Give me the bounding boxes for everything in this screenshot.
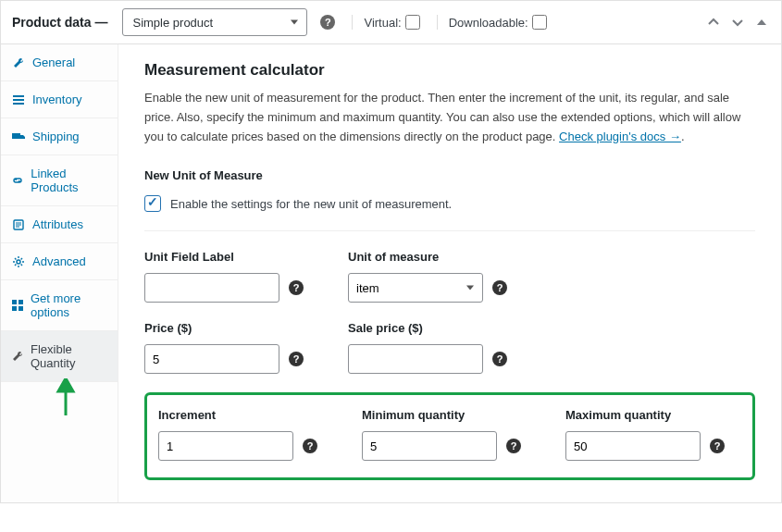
link-icon (12, 174, 23, 187)
panel-body: General Inventory Shipping Linked Produc… (1, 44, 781, 502)
increment-input[interactable] (158, 431, 293, 461)
sidebar-item-label: Inventory (32, 93, 81, 106)
svg-rect-10 (19, 300, 23, 304)
field-label: Maximum quantity (565, 408, 741, 422)
field-label: Price ($) (144, 321, 348, 335)
svg-rect-3 (12, 133, 20, 139)
help-icon[interactable]: ? (506, 439, 521, 453)
field-price: Price ($) ? (144, 321, 348, 374)
list-icon (12, 93, 25, 106)
product-type-select[interactable]: Simple product (122, 8, 307, 36)
svg-rect-11 (12, 306, 17, 311)
product-data-panel: Product data — Simple product ? Virtual:… (0, 0, 782, 503)
sidebar-item-label: Shipping (32, 130, 80, 143)
sidebar-item-label: Linked Products (31, 167, 106, 194)
minimum-quantity-input[interactable] (362, 431, 497, 461)
help-icon[interactable]: ? (303, 439, 317, 453)
virtual-checkbox-label: Virtual: (352, 15, 419, 30)
sidebar-item-linked-products[interactable]: Linked Products (1, 155, 118, 206)
wrench-icon (12, 56, 25, 69)
field-label: Unit of measure (348, 250, 552, 264)
panel-header: Product data — Simple product ? Virtual:… (1, 1, 781, 44)
note-icon (12, 218, 25, 231)
sidebar: General Inventory Shipping Linked Produc… (1, 44, 118, 502)
enable-label: Enable the settings for the new unit of … (170, 197, 452, 211)
main-content: Measurement calculator Enable the new un… (118, 44, 781, 502)
sidebar-item-shipping[interactable]: Shipping (1, 118, 118, 155)
sidebar-item-label: Attributes (32, 217, 83, 231)
virtual-checkbox[interactable] (405, 15, 420, 30)
panel-title: Product data — (12, 15, 107, 30)
downloadable-checkbox[interactable] (532, 15, 547, 30)
field-unit-field-label: Unit Field Label ? (144, 250, 348, 303)
unit-field-label-input[interactable] (144, 273, 279, 303)
field-increment: Increment ? (158, 408, 362, 461)
main-heading: Measurement calculator (144, 61, 755, 80)
chevron-up-icon[interactable] (705, 14, 722, 31)
help-icon[interactable]: ? (492, 280, 507, 295)
sidebar-item-general[interactable]: General (1, 44, 118, 81)
svg-rect-12 (19, 306, 23, 311)
enable-row: Enable the settings for the new unit of … (144, 195, 755, 231)
field-sale-price: Sale price ($) ? (348, 321, 552, 374)
sidebar-item-get-more-options[interactable]: Get more options (1, 280, 118, 331)
gear-icon (12, 255, 25, 268)
docs-link[interactable]: Check plugin's docs → (559, 130, 681, 143)
collapse-icon[interactable] (753, 14, 770, 31)
highlight-box: Increment ? Minimum quantity ? (144, 392, 755, 480)
help-icon[interactable]: ? (289, 280, 304, 295)
main-description: Enable the new unit of measurement for t… (144, 89, 755, 146)
field-maximum-quantity: Maximum quantity ? (565, 408, 741, 461)
panel-nav (705, 14, 770, 31)
enable-checkbox[interactable] (144, 195, 161, 212)
wrench-icon (12, 350, 23, 363)
sidebar-item-inventory[interactable]: Inventory (1, 81, 118, 118)
fields-grid: Unit Field Label ? Unit of measure item (144, 250, 755, 374)
sidebar-item-label: Get more options (31, 291, 106, 319)
downloadable-checkbox-label: Downloadable: (437, 15, 547, 30)
price-input[interactable] (144, 344, 279, 374)
truck-icon (12, 130, 25, 143)
field-label: Unit Field Label (144, 250, 348, 264)
help-icon[interactable]: ? (320, 15, 335, 30)
annotation-arrow (1, 382, 118, 419)
field-unit-of-measure: Unit of measure item ? (348, 250, 552, 303)
header-checkboxes: Virtual: Downloadable: (352, 15, 546, 30)
svg-rect-0 (13, 95, 24, 97)
svg-point-8 (17, 260, 20, 264)
svg-rect-2 (13, 103, 24, 105)
grid-icon (12, 299, 23, 312)
chevron-down-icon[interactable] (729, 14, 746, 31)
help-icon[interactable]: ? (289, 352, 304, 366)
sidebar-item-label: Flexible Quantity (31, 342, 106, 370)
field-label: Minimum quantity (362, 408, 565, 422)
svg-rect-9 (12, 300, 17, 304)
sale-price-input[interactable] (348, 344, 483, 374)
unit-of-measure-select[interactable]: item (348, 273, 483, 303)
sidebar-item-label: General (32, 56, 75, 69)
sidebar-item-flexible-quantity[interactable]: Flexible Quantity (1, 331, 118, 382)
help-icon[interactable]: ? (492, 352, 507, 366)
sidebar-item-attributes[interactable]: Attributes (1, 206, 118, 243)
field-label: Sale price ($) (348, 321, 552, 335)
svg-rect-1 (13, 99, 24, 101)
field-minimum-quantity: Minimum quantity ? (362, 408, 565, 461)
sidebar-item-label: Advanced (32, 254, 86, 268)
help-icon[interactable]: ? (710, 439, 725, 453)
section-label: New Unit of Measure (144, 168, 755, 182)
field-label: Increment (158, 408, 362, 422)
product-type-select-wrap: Simple product (115, 8, 307, 36)
maximum-quantity-input[interactable] (565, 431, 701, 461)
sidebar-item-advanced[interactable]: Advanced (1, 243, 118, 280)
